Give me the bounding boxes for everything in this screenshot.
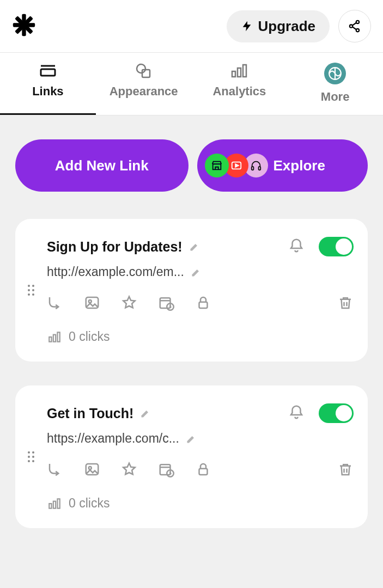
svg-point-24 (32, 289, 34, 291)
link-title: Sign Up for Updates! (47, 239, 183, 255)
redirect-button[interactable] (47, 461, 63, 480)
svg-point-45 (89, 467, 92, 469)
top-right-actions: Upgrade (227, 10, 371, 42)
notify-button[interactable] (288, 236, 305, 257)
svg-point-39 (32, 451, 34, 454)
tab-bar: Links Appearance Analytics More (0, 53, 383, 115)
tab-links[interactable]: Links (0, 53, 96, 115)
svg-point-11 (137, 64, 145, 73)
tab-appearance[interactable]: Appearance (96, 53, 192, 115)
pencil-icon (140, 408, 151, 419)
drag-handle-icon (27, 451, 35, 463)
thumbnail-button[interactable] (84, 461, 100, 480)
svg-rect-14 (238, 68, 241, 77)
svg-rect-54 (57, 499, 59, 508)
drag-handle[interactable] (15, 236, 47, 344)
explore-label: Explore (273, 157, 325, 174)
asterisk-logo-icon (12, 13, 36, 37)
calendar-clock-icon (158, 295, 174, 311)
svg-line-7 (352, 23, 357, 26)
analytics-tab-icon (230, 63, 248, 79)
svg-point-28 (89, 300, 92, 303)
link-card: Sign Up for Updates! http://example.com/… (15, 219, 368, 362)
schedule-button[interactable] (158, 461, 174, 480)
tab-label: Appearance (110, 84, 178, 99)
edit-title-button[interactable] (140, 408, 151, 419)
redirect-button[interactable] (47, 295, 63, 313)
tab-label: Analytics (212, 84, 266, 99)
svg-point-38 (28, 451, 30, 454)
pencil-icon (191, 267, 202, 278)
tab-analytics[interactable]: Analytics (192, 53, 288, 115)
analytics-icon (47, 330, 62, 344)
svg-point-40 (28, 456, 30, 458)
explore-icon-stack (205, 154, 264, 177)
enable-toggle[interactable] (319, 237, 354, 256)
svg-rect-37 (57, 332, 59, 341)
star-icon (121, 295, 137, 311)
edit-title-button[interactable] (189, 241, 200, 252)
notify-button[interactable] (288, 403, 305, 424)
top-bar: Upgrade (0, 0, 383, 53)
add-new-link-label: Add New Link (55, 157, 149, 174)
svg-point-21 (28, 285, 30, 287)
upgrade-button[interactable]: Upgrade (227, 10, 330, 42)
prioritize-button[interactable] (121, 295, 137, 313)
link-card: Get in Touch! https://example.com/c... (15, 385, 368, 528)
svg-point-26 (32, 293, 34, 296)
svg-rect-52 (49, 504, 51, 509)
bell-icon (288, 236, 305, 255)
logo[interactable] (12, 13, 36, 39)
more-tab-icon (324, 63, 346, 84)
svg-point-22 (32, 285, 34, 287)
star-icon (121, 461, 137, 477)
add-new-link-button[interactable]: Add New Link (15, 139, 189, 192)
bolt-icon (241, 19, 253, 34)
trash-icon (337, 461, 354, 477)
share-button[interactable] (338, 10, 371, 42)
drag-handle-icon (27, 284, 35, 296)
enable-toggle[interactable] (319, 403, 354, 423)
lock-button[interactable] (195, 295, 211, 313)
svg-rect-36 (53, 334, 56, 341)
analytics-icon (47, 497, 62, 511)
svg-point-43 (32, 460, 34, 462)
svg-rect-10 (41, 69, 55, 76)
svg-rect-35 (49, 337, 51, 342)
thumbnail-button[interactable] (84, 295, 100, 313)
lock-button[interactable] (195, 461, 211, 480)
svg-rect-20 (258, 167, 260, 170)
edit-url-button[interactable] (191, 267, 202, 278)
delete-button[interactable] (337, 461, 354, 480)
svg-point-41 (32, 456, 34, 458)
svg-rect-12 (142, 70, 150, 77)
image-icon (84, 295, 100, 311)
bell-icon (288, 403, 305, 421)
delete-button[interactable] (337, 295, 354, 313)
edit-url-button[interactable] (186, 433, 197, 444)
pencil-icon (186, 433, 197, 444)
redirect-icon (47, 295, 63, 311)
prioritize-button[interactable] (121, 461, 137, 480)
tab-label: Links (32, 84, 63, 99)
lock-icon (195, 461, 211, 477)
share-icon (348, 19, 362, 33)
svg-rect-13 (232, 71, 235, 77)
image-icon (84, 461, 100, 477)
schedule-button[interactable] (158, 295, 174, 313)
svg-rect-32 (199, 302, 208, 308)
svg-point-23 (28, 289, 30, 291)
svg-point-42 (28, 460, 30, 462)
drag-handle[interactable] (15, 403, 47, 511)
link-title: Get in Touch! (47, 406, 133, 421)
explore-button[interactable]: Explore (197, 139, 368, 192)
svg-point-25 (28, 293, 30, 296)
link-url: https://example.com/c... (47, 431, 179, 446)
action-buttons-row: Add New Link Explore (0, 115, 383, 197)
tab-label: More (321, 90, 350, 104)
links-tab-icon (39, 63, 57, 79)
lock-icon (195, 295, 211, 311)
svg-rect-15 (243, 65, 246, 77)
tab-more[interactable]: More (287, 53, 383, 115)
redirect-icon (47, 461, 63, 477)
